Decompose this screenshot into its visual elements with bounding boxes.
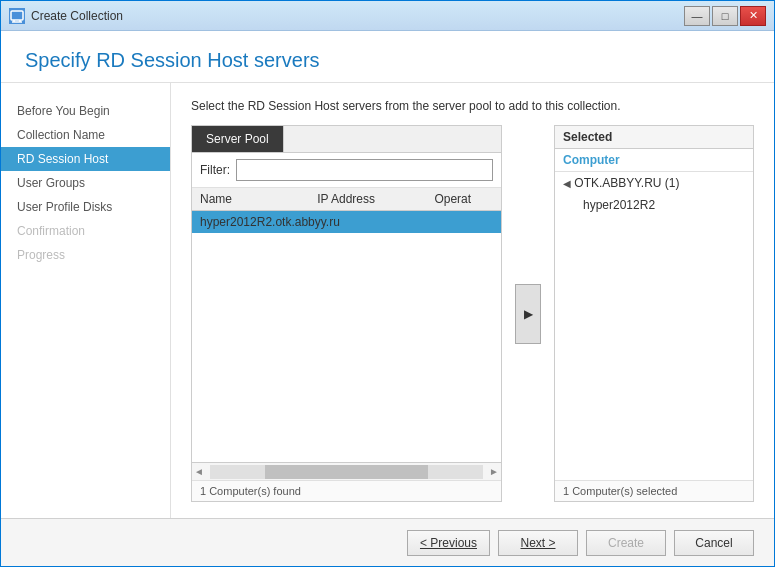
scroll-left-btn[interactable]: ◄	[192, 466, 206, 477]
status-bar: 1 Computer(s) found	[192, 480, 501, 501]
selected-box: Selected Computer ◀ OTK.ABBYY.RU (1) hyp…	[554, 125, 754, 502]
description-text: Select the RD Session Host servers from …	[191, 99, 754, 113]
table-row[interactable]: hyper2012R2.otk.abbyy.ru	[192, 211, 501, 233]
table-cell-name: hyper2012R2.otk.abbyy.ru	[200, 215, 340, 229]
sidebar-item-user-groups[interactable]: User Groups	[1, 171, 170, 195]
cancel-button[interactable]: Cancel	[674, 530, 754, 556]
tree-group-label: OTK.ABBYY.RU (1)	[574, 176, 679, 190]
footer: < Previous Next > Create Cancel	[1, 518, 774, 566]
scroll-right-btn[interactable]: ►	[487, 466, 501, 477]
selected-col-header: Computer	[555, 149, 753, 172]
filter-row: Filter:	[192, 153, 501, 188]
move-right-button[interactable]: ▶	[515, 284, 541, 344]
close-button[interactable]: ✕	[740, 6, 766, 26]
main-content: Before You Begin Collection Name RD Sess…	[1, 83, 774, 518]
selected-spacer	[555, 216, 753, 480]
scroll-track	[210, 465, 483, 479]
tree-child-label: hyper2012R2	[563, 198, 655, 212]
selected-status: 1 Computer(s) selected	[555, 480, 753, 501]
maximize-button[interactable]: □	[712, 6, 738, 26]
filter-label: Filter:	[200, 163, 230, 177]
window-title: Create Collection	[31, 9, 123, 23]
col-header-ip: IP Address	[317, 192, 434, 206]
transfer-controls: ▶	[514, 125, 542, 502]
col-header-name: Name	[200, 192, 317, 206]
tree-child[interactable]: hyper2012R2	[555, 194, 753, 216]
tree-group[interactable]: ◀ OTK.ABBYY.RU (1)	[555, 172, 753, 194]
table-cell-op	[442, 215, 493, 229]
sidebar-item-user-profile-disks[interactable]: User Profile Disks	[1, 195, 170, 219]
col-header-op: Operat	[434, 192, 493, 206]
content-area: Specify RD Session Host servers Before Y…	[1, 31, 774, 566]
create-button[interactable]: Create	[586, 530, 666, 556]
page-header: Specify RD Session Host servers	[1, 31, 774, 83]
title-bar-left: Create Collection	[9, 8, 123, 24]
sidebar: Before You Begin Collection Name RD Sess…	[1, 83, 171, 518]
app-icon	[9, 8, 25, 24]
selected-header: Selected	[555, 126, 753, 149]
table-header: Name IP Address Operat	[192, 188, 501, 211]
sidebar-item-rd-session-host[interactable]: RD Session Host	[1, 147, 170, 171]
server-pool-box: Server Pool Filter: Name IP Address Oper…	[191, 125, 502, 502]
table-cell-ip	[340, 215, 442, 229]
main-window: Create Collection — □ ✕ Specify RD Sessi…	[0, 0, 775, 567]
next-button[interactable]: Next >	[498, 530, 578, 556]
panel-area: Server Pool Filter: Name IP Address Oper…	[191, 125, 754, 502]
right-panel: Select the RD Session Host servers from …	[171, 83, 774, 518]
table-body: hyper2012R2.otk.abbyy.ru	[192, 211, 501, 462]
tab-bar: Server Pool	[192, 126, 501, 153]
window-controls: — □ ✕	[684, 6, 766, 26]
tab-server-pool[interactable]: Server Pool	[192, 126, 284, 152]
sidebar-item-collection-name[interactable]: Collection Name	[1, 123, 170, 147]
horizontal-scrollbar[interactable]: ◄ ►	[192, 462, 501, 480]
previous-button[interactable]: < Previous	[407, 530, 490, 556]
sidebar-item-progress: Progress	[1, 243, 170, 267]
sidebar-item-confirmation: Confirmation	[1, 219, 170, 243]
title-bar: Create Collection — □ ✕	[1, 1, 774, 31]
svg-rect-0	[11, 11, 23, 20]
minimize-button[interactable]: —	[684, 6, 710, 26]
filter-input[interactable]	[236, 159, 493, 181]
page-title: Specify RD Session Host servers	[25, 49, 750, 72]
sidebar-item-before-you-begin[interactable]: Before You Begin	[1, 99, 170, 123]
scroll-thumb	[265, 465, 429, 479]
